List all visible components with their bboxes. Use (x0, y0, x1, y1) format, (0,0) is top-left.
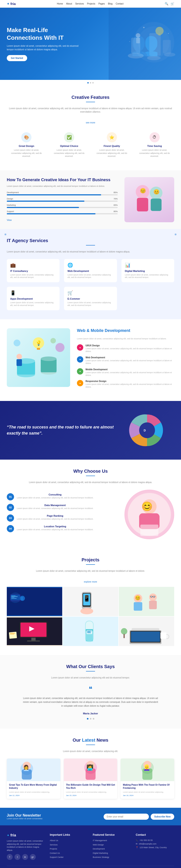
email-icon: ✉ (136, 843, 137, 845)
generate-desc: Lorem ipsum dolor sit amet, consectetur … (7, 185, 118, 188)
footer-link-contact[interactable]: Contact Us (50, 852, 88, 855)
footer-links: Important Links About Us Services Projec… (50, 833, 88, 860)
wc-item-consulting: 01 Consulting Lorem ipsum dolor sit amet… (7, 493, 118, 500)
news-card-2[interactable]: 👩‍💻 The Billionaire Guide On Design That… (64, 758, 118, 799)
footer-service-2[interactable]: Web Design (93, 843, 131, 846)
news-card-3[interactable]: 👱‍♀️ Making Peace With The Feast Or Fami… (121, 758, 174, 799)
hero-cta-button[interactable]: Get Started (7, 55, 27, 61)
footer-service-1[interactable]: IT Management (93, 839, 131, 842)
social-twitter-icon[interactable]: t (15, 854, 20, 860)
news-desc-3: Lorem ipsum dolor sit amet consectetur a… (123, 791, 172, 793)
generate-link[interactable]: View (7, 219, 12, 221)
wc-num-3: 03 (7, 515, 14, 522)
news-meta-1: Jan 12, 2024 (9, 795, 58, 797)
svg-text:😊: 😊 (153, 189, 160, 195)
services-subtitle: Lorem ipsum dolor sit amet, consectetur … (7, 250, 174, 253)
nav-home[interactable]: Home (57, 2, 63, 5)
svg-text:▶: ▶ (29, 625, 35, 632)
project-cell-2[interactable]: 📱 (63, 587, 118, 616)
svg-text:😊: 😊 (140, 188, 146, 194)
services-section: IT Agency Services Lorem ipsum dolor sit… (0, 229, 181, 319)
projects-subtitle: Lorem ipsum dolor sit amet, consectetur … (7, 569, 174, 572)
service-desc-webdev: Lorem ipsum dolor sit amet, consectetur … (68, 274, 113, 279)
hero-content: Make Real-Life Connections With IT Lorem… (7, 26, 79, 61)
hero-dot-1[interactable] (87, 82, 89, 84)
generate-right: 😊 😊 (124, 177, 174, 222)
social-facebook-icon[interactable]: f (7, 854, 13, 860)
wm-title: Web & Mobile Development (77, 328, 174, 333)
testimonial-dot-2[interactable] (90, 718, 92, 719)
project-cell-1[interactable]: 👤 (7, 587, 62, 616)
footer-service-3[interactable]: Development (93, 847, 131, 850)
hero-dot-2[interactable] (90, 82, 91, 84)
feature-desc-quality: Lorem ipsum dolor sit amet, consectetur … (95, 149, 129, 158)
footer-service-4[interactable]: Digital Marketing (93, 852, 131, 855)
hero-headline: Make Real-Life Connections With IT (7, 26, 79, 42)
footer-services: Featured Service IT Management Web Desig… (93, 833, 131, 860)
svg-rect-92 (11, 758, 56, 781)
footer-link-about[interactable]: About Us (50, 839, 88, 842)
footer-link-services[interactable]: Services (50, 843, 88, 846)
search-icon[interactable]: 🔍 (165, 2, 168, 5)
footer-link-support[interactable]: Support Center (50, 856, 88, 859)
nav-about[interactable]: About (66, 2, 72, 5)
hero-description: Lorem ipsum dolor sit amet, consectetur … (7, 44, 79, 52)
service-desc-ecommerce: Lorem ipsum dolor sit amet, consectetur … (68, 302, 113, 307)
whychoose-subtitle: Lorem ipsum dolor sit amet, consectetur … (7, 480, 174, 484)
svg-rect-81 (87, 631, 92, 631)
wc-image: 😊 (124, 490, 174, 539)
project-cell-4[interactable]: ▶ (7, 617, 62, 646)
service-title-marketing: Digital Marketing (125, 270, 171, 272)
svg-rect-18 (151, 198, 161, 211)
nav-logo[interactable]: ✦ fria (7, 2, 16, 6)
feature-card-quality: ⭐ Finest Quality Lorem ipsum dolor sit a… (92, 129, 132, 161)
features-see-more[interactable]: see more (86, 121, 95, 124)
project-cell-3[interactable]: 😊 👓 (119, 587, 174, 616)
feature-icon-quality: ⭐ (107, 132, 117, 143)
service-title-webdev: Web Development (68, 270, 113, 272)
quote-content: “The road to success and the road to fai… (7, 424, 120, 436)
footer-service-5[interactable]: Business Strategy (93, 856, 131, 859)
whychoose-section: Why Choose Us Lorem ipsum dolor sit amet… (0, 460, 181, 548)
svg-point-26 (41, 356, 57, 361)
wm-dot-uiux: ● (77, 344, 83, 351)
webmobile-section: 💡 Web & Mobile Development Lorem ipsum d… (0, 319, 181, 401)
nav-blog[interactable]: Blog (108, 2, 112, 5)
news-card-1[interactable]: 👩‍💼 Great Tips To Earn More Money From D… (7, 758, 60, 799)
cart-icon[interactable]: 🛒 (171, 2, 174, 5)
svg-text:👓: 👓 (150, 594, 155, 600)
testimonial-dot-1[interactable] (87, 718, 88, 719)
newsletter-email-input[interactable] (104, 814, 149, 820)
service-title-ecommerce: E-Commer (68, 298, 113, 300)
projects-explore-link[interactable]: explore more (84, 581, 97, 583)
newsletter-subscribe-button[interactable]: Subscribe Now (151, 814, 174, 820)
svg-text:👤: 👤 (20, 596, 24, 600)
progress-design: Design 70% (7, 198, 118, 202)
project-cell-6[interactable] (119, 617, 174, 646)
footer-bottom: © 2024 Fria. All Rights Reserved. (7, 866, 174, 868)
nav-services[interactable]: Services (75, 2, 84, 5)
footer-link-projects[interactable]: Projects (50, 847, 88, 850)
svg-rect-16 (137, 198, 148, 211)
svg-rect-89 (160, 632, 166, 639)
wm-item-webdev: ● Web Development Lorem ipsum dolor sit … (77, 356, 174, 365)
social-linkedin-icon[interactable]: in (22, 854, 28, 860)
social-google-icon[interactable]: g+ (30, 854, 36, 860)
nav-contact[interactable]: Contact (115, 2, 123, 5)
nav-pages[interactable]: Pages (98, 2, 105, 5)
testimonials-subtitle: Lorem ipsum dolor sit amet consectetur a… (7, 676, 174, 679)
feature-desc-time: Lorem ipsum dolor sit amet, consectetur … (137, 149, 172, 158)
svg-rect-70 (31, 638, 36, 641)
testimonial-dot-3[interactable] (93, 718, 94, 719)
svg-point-90 (121, 628, 127, 634)
feature-card-choice: ✅ Optimal Choice Lorem ipsum dolor sit a… (50, 129, 89, 161)
newsletter-text: Join Our Newsletter Lorem ipsum dolor si… (7, 813, 43, 820)
news-section: Our Latest News Lorem ipsum dolor sit am… (0, 728, 181, 808)
nav-projects[interactable]: Projects (87, 2, 95, 5)
footer-phone: 📞 +91 555 55 55 (136, 839, 174, 841)
svg-rect-82 (87, 632, 90, 632)
hero-dot-3[interactable] (92, 82, 94, 84)
testimonials-title: What Our Clients Says (7, 664, 174, 669)
news-meta-3: Jan 18, 2024 (123, 795, 172, 797)
project-cell-5[interactable] (63, 617, 118, 646)
